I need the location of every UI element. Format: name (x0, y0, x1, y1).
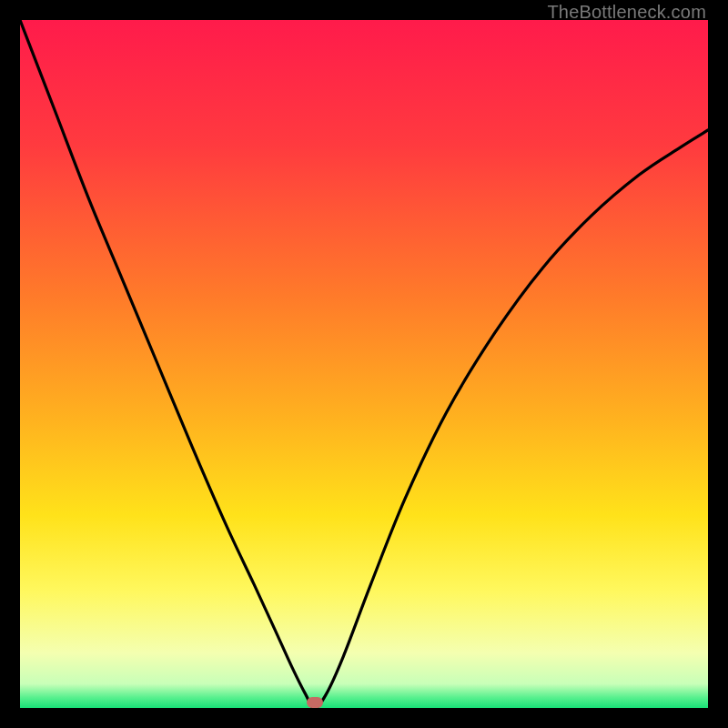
watermark-text: TheBottleneck.com (547, 2, 706, 23)
chart-frame: TheBottleneck.com (0, 0, 728, 728)
bottleneck-curve (20, 20, 708, 708)
plot-area (20, 20, 708, 708)
optimum-marker (307, 697, 323, 708)
